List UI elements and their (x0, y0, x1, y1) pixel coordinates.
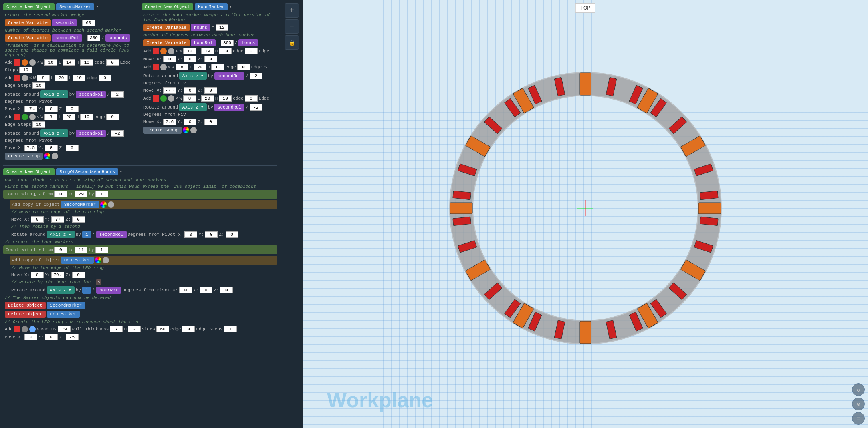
secondrot-a-input[interactable] (87, 35, 100, 41)
move1-x-input[interactable] (24, 106, 37, 112)
count1-from-input[interactable] (54, 191, 67, 197)
ring-rotate2-hourrot-btn[interactable]: hourRot (96, 287, 121, 294)
rotate1-val-input[interactable] (111, 91, 124, 98)
hadd2-h-input[interactable] (211, 64, 224, 70)
ring-rotate1-pz-input[interactable] (226, 231, 238, 238)
add2-h-input[interactable] (73, 75, 85, 81)
ring-rotate1-px-input[interactable] (184, 231, 197, 238)
add3-l-input[interactable] (63, 114, 75, 120)
hadd1-w-input[interactable] (183, 48, 196, 54)
hadd3-h-input[interactable] (219, 95, 232, 102)
hrotate1-val-input[interactable] (250, 73, 262, 79)
hrotate1-secondrot-btn[interactable]: secondRol (214, 72, 244, 80)
add2-l-input[interactable] (55, 75, 68, 81)
led-steps-input[interactable] (224, 326, 237, 332)
create-new-obj-btn-2[interactable]: Create New Object (142, 3, 193, 10)
count2-from-input[interactable] (54, 247, 67, 253)
rotate2-val-input[interactable] (111, 130, 124, 137)
count1-by-input[interactable] (95, 191, 108, 197)
create-var-hours-btn[interactable]: Create Variable (143, 24, 190, 31)
create-new-obj-btn-3[interactable]: Create New Object (3, 168, 55, 175)
hadd2-l-input[interactable] (194, 64, 206, 70)
zoom-out-btn[interactable]: − (285, 19, 299, 34)
hour-marker-type-btn[interactable]: HourMarker (195, 3, 228, 10)
rotate2-secondrot-btn[interactable]: secondRol (76, 130, 106, 137)
add2-w-input[interactable] (37, 75, 50, 81)
zoom-in-btn[interactable]: + (285, 3, 299, 18)
led-h-input[interactable] (128, 326, 141, 332)
ring-rotate2-axis-btn[interactable]: Axis z ▾ (47, 286, 75, 294)
hourrot-var-btn[interactable]: hourRol (191, 39, 216, 46)
rotate1-axis-btn[interactable]: Axis z ▾ (40, 90, 68, 98)
seconds-value-input[interactable] (82, 20, 95, 26)
count2-by-input[interactable] (95, 247, 108, 253)
add3-steps-input[interactable] (32, 121, 45, 128)
hrotate2-secondrot-btn[interactable]: secondRol (214, 104, 244, 111)
add1-h-input[interactable] (80, 59, 93, 66)
hrotate2-axis-btn[interactable]: Axis z ▾ (179, 103, 207, 111)
hrotate2-val-input[interactable] (250, 104, 262, 111)
add3-h-input[interactable] (80, 114, 93, 120)
move1-z-input[interactable] (66, 106, 79, 112)
add1-l-input[interactable] (63, 59, 75, 66)
ring-rotate2-pz-input[interactable] (220, 287, 233, 293)
delete-second-marker-btn[interactable]: SecondMarker (47, 302, 85, 309)
hmove1-x-input[interactable] (163, 56, 176, 62)
add1-w-input[interactable] (44, 59, 57, 66)
led-radius-input[interactable] (58, 326, 71, 332)
hmove2-x-input[interactable] (163, 87, 176, 94)
ring-rotate2-px-input[interactable] (179, 287, 192, 293)
ring-move2-z-input[interactable] (72, 272, 85, 278)
move1-y-input[interactable] (45, 106, 58, 112)
hadd2-w-input[interactable] (176, 64, 188, 70)
ring-rotate2-i-btn[interactable]: i (82, 287, 91, 294)
led-move-y-input[interactable] (45, 334, 58, 340)
create-group-2-btn[interactable]: Create Group (143, 127, 182, 134)
add-copy-second-btn[interactable]: SecondMarker (61, 201, 99, 208)
create-var-seconds-btn[interactable]: Create Variable (5, 19, 51, 26)
count1-to-input[interactable] (75, 191, 87, 197)
hmove3-z-input[interactable] (204, 119, 217, 125)
hadd3-l-input[interactable] (201, 95, 214, 102)
hadd1-edge-input[interactable] (245, 48, 258, 54)
add-copy-hour-btn[interactable]: HourMarker (61, 257, 94, 264)
delete-hour-marker-btn[interactable]: HourMarker (47, 311, 80, 318)
create-var-hourrot-btn[interactable]: Create Variable (143, 39, 190, 46)
ring-rotate1-axis-btn[interactable]: Axis z ▾ (47, 231, 75, 238)
ring-move2-x-input[interactable] (31, 272, 44, 278)
add2-steps-input[interactable] (32, 82, 45, 89)
hadd1-h-input[interactable] (219, 48, 232, 54)
hmove3-y-input[interactable] (184, 119, 196, 125)
menu-btn[interactable]: ≡ (852, 412, 865, 425)
delete-obj-2-btn[interactable]: Delete Object (5, 311, 46, 318)
hours-value-input[interactable] (216, 24, 228, 31)
add1-steps-input[interactable] (19, 67, 32, 73)
hrotate1-axis-btn[interactable]: Axis z ▾ (179, 72, 207, 80)
ring-move1-z-input[interactable] (72, 216, 85, 223)
led-wall-input[interactable] (110, 326, 123, 332)
add3-edge-input[interactable] (106, 114, 119, 120)
seconds-ref-btn[interactable]: seconds (105, 34, 130, 42)
hourrot-a-input[interactable] (221, 40, 234, 46)
second-marker-type-btn[interactable]: SecondMarker (56, 3, 94, 10)
ring-rotate2-py-input[interactable] (200, 287, 212, 293)
create-new-obj-btn-1[interactable]: Create New Object (3, 3, 55, 10)
led-sides-input[interactable] (156, 326, 169, 332)
led-edge-input[interactable] (182, 326, 195, 332)
ring-rotate1-py-input[interactable] (205, 231, 218, 238)
hmove1-y-input[interactable] (184, 56, 196, 62)
move2-x-input[interactable] (24, 145, 37, 151)
rotate1-secondrot-btn[interactable]: secondRol (76, 91, 106, 98)
hmove3-x-input[interactable] (163, 119, 176, 125)
ring-move1-x-input[interactable] (31, 216, 44, 223)
ring-rotate1-i-btn[interactable]: i (82, 231, 91, 238)
hmove2-z-input[interactable] (204, 87, 217, 94)
hours-ref-btn[interactable]: hours (238, 39, 258, 46)
rotate-view-btn[interactable]: ↻ (852, 383, 865, 396)
hadd3-edge-input[interactable] (245, 95, 258, 102)
delete-obj-1-btn[interactable]: Delete Object (5, 302, 46, 309)
ring-type-btn[interactable]: RingOfSecondsAndHours (56, 168, 118, 175)
hadd2-edge-input[interactable] (237, 64, 250, 70)
hours-var-btn[interactable]: hours (191, 24, 210, 31)
hadd3-w-input[interactable] (183, 95, 196, 102)
